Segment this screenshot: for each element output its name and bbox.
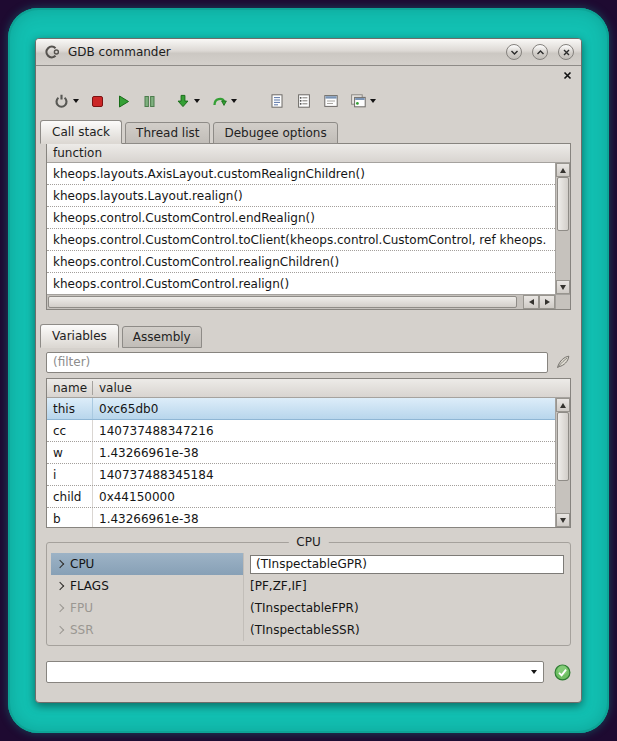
titlebar[interactable]: GDB commander [36, 39, 581, 66]
variable-value: 140737488347216 [93, 420, 555, 441]
scroll-up-button[interactable] [556, 163, 570, 177]
variable-name: i [47, 464, 93, 485]
filter-input[interactable] [46, 352, 548, 373]
call-stack-row[interactable]: kheops.control.CustomControl.realign() [47, 273, 555, 294]
maximize-button[interactable] [532, 44, 548, 60]
step-button[interactable] [172, 88, 203, 114]
call-stack-row[interactable]: kheops.layouts.AxisLayout.customRealignC… [47, 163, 555, 185]
scrollbar-thumb[interactable] [557, 177, 569, 231]
scroll-left-button[interactable] [523, 295, 539, 309]
variable-row[interactable]: cc 140737488347216 [47, 420, 555, 442]
scroll-up-icon [560, 403, 566, 408]
command-input[interactable] [47, 662, 525, 682]
ok-button[interactable] [553, 663, 571, 681]
combo-dropdown-button[interactable] [525, 662, 543, 682]
stop-debug-button[interactable] [87, 88, 108, 114]
scrollbar-track[interactable] [556, 412, 570, 513]
dropdown-arrow-icon [194, 99, 200, 103]
scroll-down-button[interactable] [556, 280, 570, 294]
column-header-function[interactable]: function [47, 144, 570, 163]
variable-row[interactable]: this 0xc65db0 [47, 398, 555, 420]
call-stack-row[interactable]: kheops.layouts.Layout.realign() [47, 185, 555, 207]
register-group-row[interactable]: FPU (TInspectableFPR) [51, 597, 566, 619]
call-stack-vertical-scrollbar[interactable] [555, 163, 570, 294]
minimize-button[interactable] [506, 44, 522, 60]
call-stack-row[interactable]: kheops.control.CustomControl.toClient(kh… [47, 229, 555, 251]
cpu-groupbox: CPU CPU (TInspectableGPR) FLAGS [PF,ZF,I… [46, 542, 571, 646]
splitter[interactable] [36, 310, 581, 324]
continue-button[interactable] [113, 88, 134, 114]
step-over-button[interactable] [208, 88, 240, 114]
variable-name: cc [47, 420, 93, 441]
call-stack-row[interactable]: kheops.control.CustomControl.endRealign(… [47, 207, 555, 229]
inspect-window-icon [350, 93, 367, 109]
expander-chevron-icon[interactable] [56, 582, 64, 590]
dropdown-arrow-icon [73, 99, 79, 103]
variable-name: w [47, 442, 93, 463]
cpu-group-title: CPU [288, 535, 328, 549]
tab-assembly[interactable]: Assembly [122, 326, 202, 348]
scrollbar-thumb[interactable] [48, 296, 517, 308]
register-group-label: SSR [70, 623, 94, 637]
register-group-row[interactable]: SSR (TInspectableSSR) [51, 619, 566, 641]
variable-value: 0x44150000 [93, 486, 555, 507]
column-header-value[interactable]: value [93, 381, 570, 395]
start-debug-button[interactable] [50, 88, 82, 114]
inspect-window-button[interactable] [347, 88, 379, 114]
expander-chevron-icon[interactable] [56, 604, 64, 612]
pause-button[interactable] [139, 88, 160, 114]
scrollbar-track[interactable] [47, 295, 523, 309]
variable-name: this [47, 398, 93, 419]
tab-variables[interactable]: Variables [40, 324, 119, 348]
variables-tabbar: Variables Assembly [36, 324, 581, 348]
variables-header: name value [47, 379, 570, 398]
variable-row[interactable]: i 140737488345184 [47, 464, 555, 486]
register-group-label: FLAGS [70, 579, 109, 593]
variables-vertical-scrollbar[interactable] [555, 398, 570, 527]
screen-frame: GDB commander [8, 8, 609, 733]
close-button[interactable] [558, 44, 574, 60]
scroll-down-icon [560, 518, 566, 523]
variable-row[interactable]: child 0x44150000 [47, 486, 555, 508]
feather-icon[interactable] [555, 354, 571, 370]
scroll-down-button[interactable] [556, 513, 570, 527]
dock-titlebar [36, 66, 581, 84]
scroll-right-button[interactable] [539, 295, 555, 309]
register-group-row[interactable]: CPU (TInspectableGPR) [51, 553, 566, 575]
show-command-list-button[interactable] [293, 88, 315, 114]
register-group-row[interactable]: FLAGS [PF,ZF,IF] [51, 575, 566, 597]
show-debugee-window-button[interactable] [320, 88, 342, 114]
close-icon [562, 48, 571, 57]
scrollbar-corner [555, 294, 570, 309]
gdb-commander-window: GDB commander [35, 38, 582, 703]
dropdown-arrow-icon [231, 99, 237, 103]
variable-value: 1.43266961e-38 [93, 508, 555, 527]
scroll-up-button[interactable] [556, 398, 570, 412]
scrollbar-thumb[interactable] [557, 412, 569, 481]
variable-name: b [47, 508, 93, 527]
scroll-left-icon [529, 299, 534, 305]
call-stack-table: function kheops.layouts.AxisLayout.custo… [46, 143, 571, 310]
tab-thread-list[interactable]: Thread list [125, 122, 210, 144]
expander-chevron-icon[interactable] [56, 626, 64, 634]
window-icon [323, 93, 339, 109]
scrollbar-track[interactable] [556, 177, 570, 280]
scroll-up-icon [560, 168, 566, 173]
register-value-editor[interactable]: (TInspectableGPR) [250, 555, 564, 574]
command-combobox[interactable] [46, 661, 544, 683]
column-header-name[interactable]: name [47, 381, 93, 395]
filter-row [46, 351, 571, 373]
tab-debugee-options[interactable]: Debugee options [213, 122, 337, 144]
combo-arrow-icon [531, 670, 537, 674]
call-stack-horizontal-scrollbar[interactable] [47, 294, 555, 309]
step-icon [175, 93, 191, 109]
dock-close-button[interactable] [561, 69, 573, 81]
variable-row[interactable]: w 1.43266961e-38 [47, 442, 555, 464]
show-output-button[interactable] [266, 88, 288, 114]
stop-icon [90, 94, 105, 109]
expander-chevron-icon[interactable] [56, 560, 64, 568]
tab-call-stack[interactable]: Call stack [40, 120, 122, 144]
variable-row[interactable]: b 1.43266961e-38 [47, 508, 555, 527]
call-stack-row[interactable]: kheops.control.CustomControl.realignChil… [47, 251, 555, 273]
run-icon [116, 94, 131, 109]
